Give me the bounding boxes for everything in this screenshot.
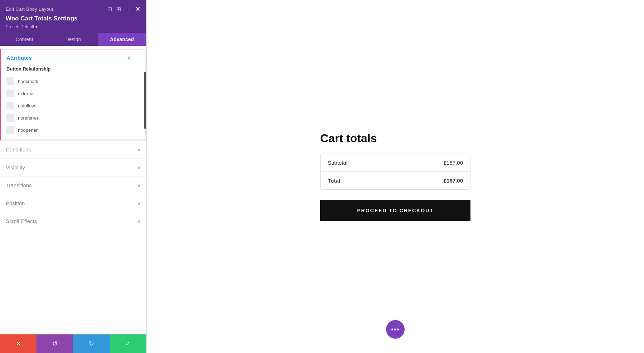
conditions-chevron-icon: ∨ xyxy=(137,147,141,153)
transitions-title: Transitions xyxy=(6,182,32,188)
panel-tabs: Content Design Advanced xyxy=(0,33,146,46)
conditions-section[interactable]: Conditions ∨ xyxy=(0,140,146,158)
transitions-section[interactable]: Transitions ∨ xyxy=(0,176,146,194)
position-section[interactable]: Position ∨ xyxy=(0,194,146,212)
undo-icon: ↺ xyxy=(52,340,58,348)
total-label: Total xyxy=(328,178,340,184)
subtotal-label: Subtotal xyxy=(328,160,347,166)
floating-dots-icon: ••• xyxy=(391,325,400,334)
checkbox-noreferrer[interactable]: noreferrer xyxy=(1,112,146,124)
total-value: £187.00 xyxy=(444,178,463,184)
visibility-title: Visibility xyxy=(6,164,25,170)
transitions-chevron-icon: ∨ xyxy=(137,183,141,188)
attributes-section: Attributes ∧ ⋮ Button Relationship bookm… xyxy=(0,49,146,140)
cart-total-row: Total £187.00 xyxy=(321,172,470,189)
columns-icon[interactable]: ⊞ xyxy=(116,6,121,13)
more-options-icon[interactable]: ⋮ xyxy=(125,6,131,13)
scroll-effects-section[interactable]: Scroll Effects ∨ xyxy=(0,212,146,230)
cart-subtotal-row: Subtotal £187.00 xyxy=(321,154,470,172)
checkbox-nofollow-label: nofollow xyxy=(18,103,35,108)
left-panel: Edit Cart Body Layout ⊡ ⊞ ⋮ ✕ Woo Cart T… xyxy=(0,0,147,353)
bottom-toolbar: ✕ ↺ ↻ ✓ xyxy=(0,334,146,353)
checkbox-bookmark-label: bookmark xyxy=(18,79,38,84)
visibility-section[interactable]: Visibility ∨ xyxy=(0,158,146,176)
right-content: Cart totals Subtotal £187.00 Total £187.… xyxy=(147,0,644,353)
window-title: Edit Cart Body Layout xyxy=(6,6,53,12)
close-icon[interactable]: ✕ xyxy=(135,5,141,13)
checkbox-bookmark[interactable]: bookmark xyxy=(1,75,146,87)
scroll-effects-chevron-icon: ∨ xyxy=(137,218,141,224)
checkbox-bookmark-box[interactable] xyxy=(6,77,14,85)
save-icon: ✓ xyxy=(125,340,131,348)
resize-icon[interactable]: ⊡ xyxy=(107,6,112,13)
scroll-indicator[interactable] xyxy=(144,72,146,129)
undo-button[interactable]: ↺ xyxy=(36,334,73,353)
visibility-chevron-icon: ∨ xyxy=(137,165,141,170)
checkout-button[interactable]: PROCEED TO CHECKOUT xyxy=(320,200,470,221)
attributes-more-icon[interactable]: ⋮ xyxy=(134,54,140,61)
checkbox-external-box[interactable] xyxy=(6,90,14,97)
panel-body: Attributes ∧ ⋮ Button Relationship bookm… xyxy=(0,46,146,334)
position-chevron-icon: ∨ xyxy=(137,200,141,206)
cart-container: Cart totals Subtotal £187.00 Total £187.… xyxy=(320,132,470,221)
cancel-button[interactable]: ✕ xyxy=(0,334,36,353)
checkbox-noreferrer-label: noreferrer xyxy=(18,115,38,121)
checkbox-nofollow-box[interactable] xyxy=(6,102,14,110)
panel-header: Edit Cart Body Layout ⊡ ⊞ ⋮ ✕ Woo Cart T… xyxy=(0,0,146,33)
panel-preset[interactable]: Preset: Default ▾ xyxy=(6,24,141,29)
conditions-title: Conditions xyxy=(6,146,31,153)
cart-table: Subtotal £187.00 Total £187.00 xyxy=(320,154,470,190)
cancel-icon: ✕ xyxy=(16,340,21,348)
save-button[interactable]: ✓ xyxy=(110,334,146,353)
scroll-effects-title: Scroll Effects xyxy=(6,218,37,224)
checkbox-external-label: external xyxy=(18,91,34,96)
button-relationship-label: Button Relationship xyxy=(1,65,146,75)
redo-button[interactable]: ↻ xyxy=(73,334,110,353)
checkbox-noopener-label: noopener xyxy=(18,127,38,133)
subtotal-value: £187.00 xyxy=(444,160,463,166)
panel-subtitle: Woo Cart Totals Settings xyxy=(6,15,141,22)
redo-icon: ↻ xyxy=(89,340,94,348)
checkbox-noopener[interactable]: noopener xyxy=(1,124,146,140)
checkbox-nofollow[interactable]: nofollow xyxy=(1,100,146,112)
floating-dots-button[interactable]: ••• xyxy=(386,320,405,339)
cart-title: Cart totals xyxy=(320,132,470,145)
checkbox-noreferrer-box[interactable] xyxy=(6,114,14,122)
tab-advanced[interactable]: Advanced xyxy=(98,33,146,46)
tab-content[interactable]: Content xyxy=(0,33,49,46)
checkbox-noopener-box[interactable] xyxy=(6,126,14,134)
attributes-collapse-icon[interactable]: ∧ xyxy=(127,54,131,61)
position-title: Position xyxy=(6,200,25,206)
attributes-title: Attributes xyxy=(6,55,32,61)
tab-design[interactable]: Design xyxy=(49,33,97,46)
attributes-header: Attributes ∧ ⋮ xyxy=(1,49,146,65)
checkbox-external[interactable]: external xyxy=(1,87,146,100)
